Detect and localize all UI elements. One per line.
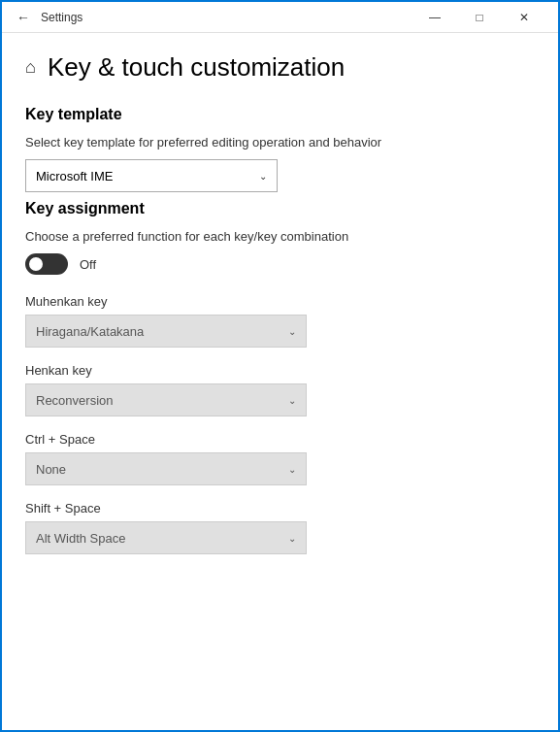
henkan-key-value: Reconversion (36, 393, 114, 408)
shift-space-arrow: ⌄ (288, 533, 296, 544)
henkan-key-row: Henkan key Reconversion ⌄ (25, 363, 535, 416)
shift-space-dropdown[interactable]: Alt Width Space ⌄ (25, 521, 307, 554)
henkan-key-arrow: ⌄ (288, 395, 296, 406)
ctrl-space-label: Ctrl + Space (25, 432, 535, 447)
toggle-label: Off (80, 257, 96, 272)
main-content: ⌂ Key & touch customization Key template… (2, 33, 558, 730)
toggle-thumb (27, 255, 45, 273)
muhenkan-key-arrow: ⌄ (288, 326, 296, 337)
page-title: Key & touch customization (48, 52, 345, 83)
ctrl-space-row: Ctrl + Space None ⌄ (25, 432, 535, 485)
key-template-section: Key template Select key template for pre… (25, 106, 535, 192)
close-button[interactable]: ✕ (502, 2, 546, 33)
back-icon: ← (16, 10, 30, 25)
shift-space-row: Shift + Space Alt Width Space ⌄ (25, 501, 535, 554)
shift-space-label: Shift + Space (25, 501, 535, 516)
home-icon[interactable]: ⌂ (25, 57, 36, 78)
window-controls: — □ ✕ (412, 2, 546, 33)
key-assignment-toggle[interactable] (25, 253, 68, 275)
key-template-dropdown[interactable]: Microsoft IME ⌄ (25, 159, 278, 192)
title-bar: ← Settings — □ ✕ (2, 2, 558, 33)
page-header: ⌂ Key & touch customization (25, 52, 535, 83)
key-template-heading: Key template (25, 106, 535, 123)
key-assignment-section: Key assignment Choose a preferred functi… (25, 200, 535, 554)
muhenkan-key-dropdown[interactable]: Hiragana/Katakana ⌄ (25, 315, 307, 348)
key-assignment-description: Choose a preferred function for each key… (25, 229, 535, 244)
muhenkan-key-label: Muhenkan key (25, 294, 535, 309)
toggle-row: Off (25, 253, 535, 275)
henkan-key-label: Henkan key (25, 363, 535, 378)
key-template-description: Select key template for preferred editin… (25, 135, 535, 150)
minimize-button[interactable]: — (412, 2, 457, 33)
shift-space-value: Alt Width Space (36, 531, 126, 546)
muhenkan-key-row: Muhenkan key Hiragana/Katakana ⌄ (25, 294, 535, 348)
window-title: Settings (41, 11, 412, 24)
maximize-button[interactable]: □ (457, 2, 502, 33)
ctrl-space-value: None (36, 462, 66, 477)
key-assignment-heading: Key assignment (25, 200, 535, 217)
settings-window: ← Settings — □ ✕ ⌂ Key & touch customiza… (0, 0, 560, 732)
henkan-key-dropdown[interactable]: Reconversion ⌄ (25, 383, 307, 416)
key-template-arrow: ⌄ (259, 171, 267, 182)
back-button[interactable]: ← (14, 8, 33, 27)
muhenkan-key-value: Hiragana/Katakana (36, 324, 144, 339)
ctrl-space-arrow: ⌄ (288, 464, 296, 475)
ctrl-space-dropdown[interactable]: None ⌄ (25, 452, 307, 485)
key-template-selected: Microsoft IME (36, 169, 113, 183)
